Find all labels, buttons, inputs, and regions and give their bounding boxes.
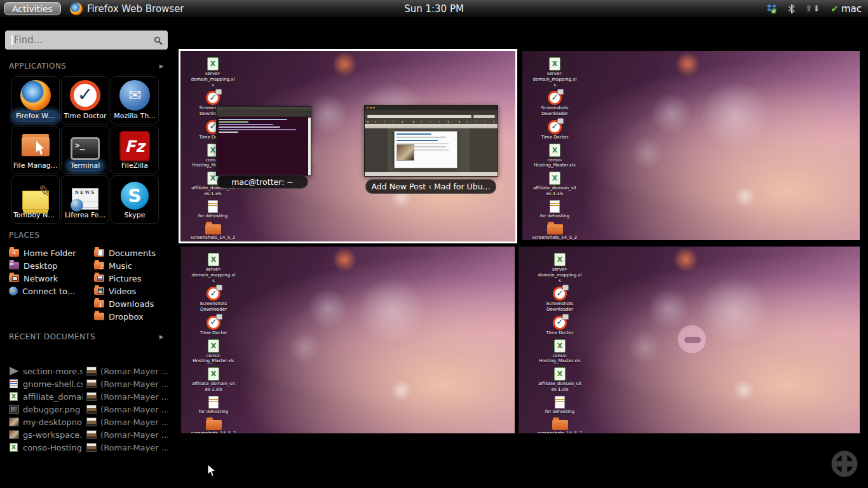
workspace-thumbnail-2[interactable]: server-domain_mapping.xls Screenshots Do… (522, 51, 860, 240)
recent-document-row[interactable]: conso-Hosting... (Romar-Mayer ... (9, 441, 168, 454)
place-label: Desktop (24, 261, 58, 271)
search-icon (154, 36, 163, 48)
place-icon (94, 249, 104, 257)
recent-doc-thumbnail (86, 405, 97, 414)
app-launcher[interactable]: Firefox We... (11, 76, 60, 125)
desktop-icon: for dehosting (545, 396, 575, 415)
overview-sidebar: APPLICATIONS ▶ Firefox We... Time Doctor… (0, 17, 173, 488)
focused-app-menu[interactable]: Firefox Web Browser (70, 3, 184, 15)
place-item[interactable]: Downloads (94, 297, 156, 310)
place-label: Downloads (109, 299, 154, 309)
desktop-icon-label: Time Doctor (200, 330, 227, 336)
place-item[interactable]: Documents (94, 247, 156, 259)
recent-doc-meta: (Romar-Mayer ... (100, 417, 168, 427)
recent-doc-thumbnail (86, 417, 97, 426)
recent-document-row[interactable]: section-more.s... (Romar-Mayer ... (9, 365, 168, 377)
recent-document-row[interactable]: my-desktopno... (Romar-Mayer ... (9, 416, 168, 428)
workspace-thumbnail-1-active[interactable]: server-domain_mapping.xls Screenshots Do… (179, 49, 517, 243)
app-label: Liferea Fe... (65, 211, 105, 220)
app-launcher[interactable]: Skype (111, 175, 159, 224)
place-item[interactable]: Desktop (9, 259, 76, 272)
place-label: Network (24, 274, 58, 283)
app-launcher[interactable]: Mozilla Th... (111, 76, 159, 125)
place-item[interactable]: Pictures (94, 272, 156, 285)
focused-app-label: Firefox Web Browser (87, 3, 184, 15)
desktop-icon-label: affiliate_domain_sites-1.xls (537, 381, 583, 393)
desktop-icon-glyph (554, 367, 566, 381)
browser-searchbar (473, 115, 495, 118)
remove-workspace-icon[interactable] (677, 325, 707, 354)
network-arrows-icon[interactable]: ⬆⬇ (806, 4, 820, 13)
browser-urlbar (367, 115, 471, 118)
recent-doc-meta: (Romar-Mayer ... (100, 392, 168, 402)
place-item[interactable]: Connect to... (9, 285, 76, 297)
places-header: PLACES (9, 231, 164, 240)
place-icon (94, 274, 104, 282)
desktop-icon: server-domain_mapping.xls (532, 57, 578, 88)
app-launcher[interactable]: Time Doctor (61, 76, 109, 125)
recent-document-row[interactable]: gnome-shell.css (Romar-Mayer ... (9, 377, 168, 390)
workspace-thumbnail-4[interactable]: server-domain_mapping.xls Screenshots Do… (519, 247, 860, 433)
desktop-icon: Screenshots Downloader (537, 287, 583, 313)
search-box[interactable] (5, 30, 168, 50)
recent-doc-thumbnail (86, 379, 97, 388)
desktop-icon-glyph (548, 120, 562, 134)
app-icon (121, 132, 149, 160)
recent-doc-thumbnail (86, 443, 97, 452)
desktop-icon-label: Time Doctor (546, 330, 574, 336)
desktop-wallpaper: server-domain_mapping.xls Screenshots Do… (522, 51, 860, 240)
place-icon (9, 274, 19, 282)
recent-documents-header[interactable]: RECENT DOCUMENTS ▶ (9, 332, 164, 341)
desktop-icon-glyph (547, 224, 563, 234)
place-icon (94, 300, 104, 308)
desktop-icon-glyph (206, 420, 222, 430)
dropbox-icon[interactable] (766, 4, 777, 14)
recent-document-row[interactable]: debugger.png (Romar-Mayer ... (9, 403, 168, 416)
desktop-icon: screenshots_14_5_2010 (537, 417, 583, 433)
clock[interactable]: Sun 1:30 PM (404, 3, 464, 15)
app-launcher[interactable]: FileZilla (111, 126, 159, 174)
browser-titlebar (365, 105, 498, 110)
app-label: Terminal (68, 161, 103, 170)
app-label: Tomboy No... (13, 211, 58, 220)
recent-document-row[interactable]: affiliate_domai... (Romar-Mayer ... (9, 390, 168, 403)
desktop-icon: conso-Hosting_Master.xls (537, 339, 583, 365)
app-label: FileZilla (121, 161, 148, 170)
workspace-thumbnail-3[interactable]: server-domain_mapping.xls Screenshots Do… (181, 247, 515, 433)
desktop-icon-glyph (555, 396, 565, 409)
place-item[interactable]: Dropbox (94, 310, 156, 323)
terminal-window-thumbnail[interactable] (216, 106, 311, 176)
place-item[interactable]: Home Folder (9, 247, 76, 259)
app-icon (72, 188, 98, 210)
user-menu[interactable]: ✔ mac (831, 3, 862, 15)
app-launcher[interactable]: Terminal (61, 126, 109, 174)
browser-navbar (365, 114, 498, 119)
place-item[interactable]: Music (94, 259, 156, 272)
desktop-icon: for dehosting (540, 200, 570, 219)
app-launcher[interactable]: File Manager (11, 126, 60, 174)
desktop-icon: Time Doctor (546, 316, 574, 336)
desktop-icon-column: server-domain_mapping.xls Screenshots Do… (536, 253, 583, 433)
desktop-icon: Screenshots Downloader (532, 91, 578, 117)
desktop-icon: screenshots_14_5_2010 (532, 222, 578, 240)
expand-arrow-icon[interactable]: ▶ (159, 334, 164, 340)
expand-arrow-icon[interactable]: ▶ (159, 63, 164, 69)
desktop-icon: Time Doctor (541, 120, 569, 140)
place-item[interactable]: Videos (94, 285, 156, 297)
browser-window-thumbnail[interactable] (364, 105, 498, 177)
recent-doc-name: conso-Hosting... (23, 443, 83, 452)
recent-document-row[interactable]: gs-workspace.... (Romar-Mayer ... (9, 428, 168, 441)
search-input[interactable] (5, 30, 168, 50)
desktop-icon: server-domain_mapping.xls (191, 253, 236, 283)
app-launcher[interactable]: Tomboy No... (11, 175, 60, 224)
bluetooth-icon[interactable] (788, 4, 795, 14)
desktop-icon-label: for dehosting (199, 409, 229, 415)
desktop-icon-glyph (553, 316, 567, 330)
activities-button[interactable]: Activities (4, 2, 61, 15)
applications-header[interactable]: APPLICATIONS ▶ (9, 62, 164, 71)
add-workspace-button[interactable] (830, 449, 859, 478)
place-label: Documents (109, 248, 156, 258)
place-item[interactable]: Network (9, 272, 76, 285)
desktop-icon-label: affiliate_domain_sites-1.xls (191, 381, 236, 393)
app-launcher[interactable]: Liferea Fe... (61, 175, 109, 224)
